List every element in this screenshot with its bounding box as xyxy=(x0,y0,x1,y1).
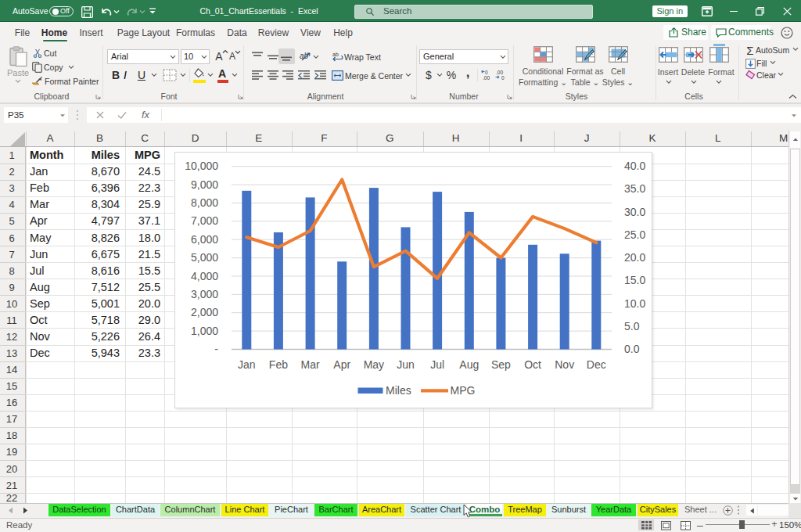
svg-text:6,000: 6,000 xyxy=(191,232,218,245)
svg-text:10.0: 10.0 xyxy=(624,297,645,309)
svg-text:MPG: MPG xyxy=(451,384,476,397)
svg-text:30.0: 30.0 xyxy=(624,205,645,217)
svg-text:4,000: 4,000 xyxy=(191,269,218,282)
svg-text:Oct: Oct xyxy=(524,358,541,370)
svg-text:Dec: Dec xyxy=(587,358,606,370)
svg-text:25.0: 25.0 xyxy=(624,228,645,240)
svg-text:Jun: Jun xyxy=(397,358,415,370)
svg-text:-: - xyxy=(214,343,218,355)
svg-text:8,000: 8,000 xyxy=(191,196,218,209)
svg-text:0: 0 xyxy=(485,70,488,75)
svg-text:Sep: Sep xyxy=(491,358,511,370)
svg-text:Miles: Miles xyxy=(386,384,411,397)
svg-text:0.0: 0.0 xyxy=(624,343,640,355)
svg-text:ab: ab xyxy=(332,52,339,57)
svg-text:10,000: 10,000 xyxy=(185,160,218,172)
svg-text:5.0: 5.0 xyxy=(624,319,640,332)
svg-text:Aug: Aug xyxy=(459,358,479,370)
svg-text:40.0: 40.0 xyxy=(624,160,645,172)
svg-text:20.0: 20.0 xyxy=(624,251,645,264)
svg-text:Jan: Jan xyxy=(238,358,256,370)
svg-text:7,000: 7,000 xyxy=(191,214,218,227)
svg-text:Jul: Jul xyxy=(430,358,444,370)
svg-text:Mar: Mar xyxy=(301,358,320,370)
svg-text:0: 0 xyxy=(501,75,505,81)
svg-text:2,000: 2,000 xyxy=(191,306,218,318)
svg-text:May: May xyxy=(364,358,384,370)
svg-text:Feb: Feb xyxy=(269,358,288,370)
svg-text:1,000: 1,000 xyxy=(191,324,218,336)
svg-text:Nov: Nov xyxy=(555,358,574,370)
svg-text:35.0: 35.0 xyxy=(624,182,645,195)
svg-text:.00: .00 xyxy=(483,75,490,81)
svg-text:.00: .00 xyxy=(496,70,503,75)
svg-text:15.0: 15.0 xyxy=(624,274,645,286)
svg-text:5,000: 5,000 xyxy=(191,251,218,264)
svg-text:3,000: 3,000 xyxy=(191,287,218,300)
svg-text:9,000: 9,000 xyxy=(191,178,218,190)
svg-text:Apr: Apr xyxy=(333,358,350,370)
